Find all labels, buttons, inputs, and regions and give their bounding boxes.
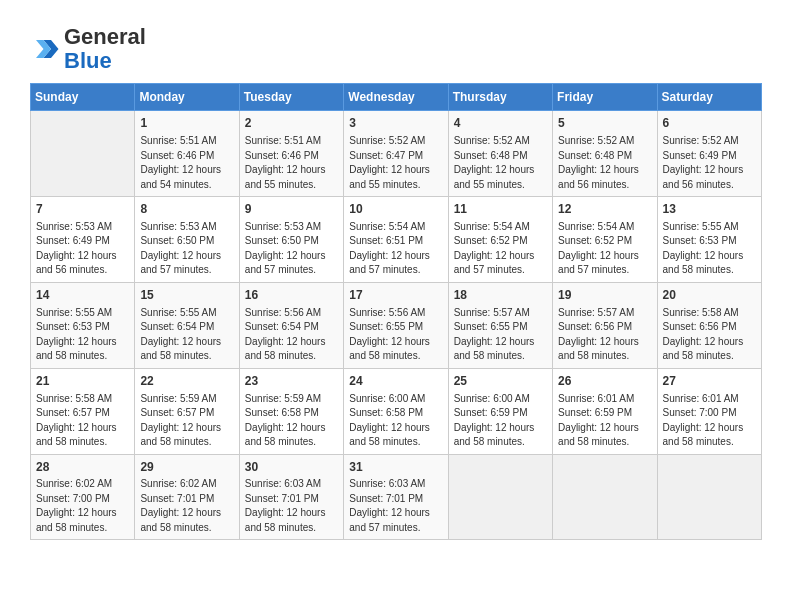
calendar-cell: 2Sunrise: 5:51 AM Sunset: 6:46 PM Daylig… (239, 111, 343, 197)
calendar-cell: 30Sunrise: 6:03 AM Sunset: 7:01 PM Dayli… (239, 454, 343, 540)
calendar-cell (657, 454, 761, 540)
day-content: Sunrise: 5:57 AM Sunset: 6:55 PM Dayligh… (454, 306, 547, 364)
day-content: Sunrise: 5:55 AM Sunset: 6:54 PM Dayligh… (140, 306, 233, 364)
day-number: 31 (349, 459, 442, 476)
day-number: 11 (454, 201, 547, 218)
calendar-cell: 19Sunrise: 5:57 AM Sunset: 6:56 PM Dayli… (553, 282, 657, 368)
day-content: Sunrise: 6:02 AM Sunset: 7:01 PM Dayligh… (140, 477, 233, 535)
header-cell: Saturday (657, 84, 761, 111)
header-cell: Sunday (31, 84, 135, 111)
day-number: 23 (245, 373, 338, 390)
calendar-cell: 15Sunrise: 5:55 AM Sunset: 6:54 PM Dayli… (135, 282, 239, 368)
day-content: Sunrise: 5:57 AM Sunset: 6:56 PM Dayligh… (558, 306, 651, 364)
day-content: Sunrise: 5:51 AM Sunset: 6:46 PM Dayligh… (245, 134, 338, 192)
calendar-header: SundayMondayTuesdayWednesdayThursdayFrid… (31, 84, 762, 111)
calendar-week-row: 7Sunrise: 5:53 AM Sunset: 6:49 PM Daylig… (31, 197, 762, 283)
header-cell: Wednesday (344, 84, 448, 111)
day-content: Sunrise: 6:03 AM Sunset: 7:01 PM Dayligh… (349, 477, 442, 535)
day-number: 5 (558, 115, 651, 132)
day-content: Sunrise: 5:56 AM Sunset: 6:55 PM Dayligh… (349, 306, 442, 364)
day-content: Sunrise: 5:53 AM Sunset: 6:50 PM Dayligh… (140, 220, 233, 278)
calendar-cell: 18Sunrise: 5:57 AM Sunset: 6:55 PM Dayli… (448, 282, 552, 368)
calendar-cell (31, 111, 135, 197)
day-number: 2 (245, 115, 338, 132)
calendar-cell: 5Sunrise: 5:52 AM Sunset: 6:48 PM Daylig… (553, 111, 657, 197)
logo-icon (30, 34, 60, 64)
day-content: Sunrise: 5:53 AM Sunset: 6:50 PM Dayligh… (245, 220, 338, 278)
day-content: Sunrise: 6:00 AM Sunset: 6:58 PM Dayligh… (349, 392, 442, 450)
calendar-cell: 26Sunrise: 6:01 AM Sunset: 6:59 PM Dayli… (553, 368, 657, 454)
calendar-cell: 10Sunrise: 5:54 AM Sunset: 6:51 PM Dayli… (344, 197, 448, 283)
day-number: 6 (663, 115, 756, 132)
logo-text: General Blue (64, 25, 146, 73)
day-content: Sunrise: 5:56 AM Sunset: 6:54 PM Dayligh… (245, 306, 338, 364)
calendar-cell: 8Sunrise: 5:53 AM Sunset: 6:50 PM Daylig… (135, 197, 239, 283)
day-content: Sunrise: 5:54 AM Sunset: 6:52 PM Dayligh… (454, 220, 547, 278)
calendar-cell: 27Sunrise: 6:01 AM Sunset: 7:00 PM Dayli… (657, 368, 761, 454)
day-content: Sunrise: 5:52 AM Sunset: 6:48 PM Dayligh… (454, 134, 547, 192)
calendar-week-row: 14Sunrise: 5:55 AM Sunset: 6:53 PM Dayli… (31, 282, 762, 368)
calendar-week-row: 28Sunrise: 6:02 AM Sunset: 7:00 PM Dayli… (31, 454, 762, 540)
day-content: Sunrise: 5:54 AM Sunset: 6:52 PM Dayligh… (558, 220, 651, 278)
day-number: 30 (245, 459, 338, 476)
day-number: 15 (140, 287, 233, 304)
day-number: 12 (558, 201, 651, 218)
day-number: 25 (454, 373, 547, 390)
day-content: Sunrise: 5:55 AM Sunset: 6:53 PM Dayligh… (36, 306, 129, 364)
day-number: 3 (349, 115, 442, 132)
calendar-week-row: 21Sunrise: 5:58 AM Sunset: 6:57 PM Dayli… (31, 368, 762, 454)
calendar-cell: 12Sunrise: 5:54 AM Sunset: 6:52 PM Dayli… (553, 197, 657, 283)
calendar-cell: 22Sunrise: 5:59 AM Sunset: 6:57 PM Dayli… (135, 368, 239, 454)
day-content: Sunrise: 6:01 AM Sunset: 6:59 PM Dayligh… (558, 392, 651, 450)
day-content: Sunrise: 6:03 AM Sunset: 7:01 PM Dayligh… (245, 477, 338, 535)
day-number: 19 (558, 287, 651, 304)
day-number: 16 (245, 287, 338, 304)
calendar-cell: 4Sunrise: 5:52 AM Sunset: 6:48 PM Daylig… (448, 111, 552, 197)
calendar-cell: 24Sunrise: 6:00 AM Sunset: 6:58 PM Dayli… (344, 368, 448, 454)
day-number: 24 (349, 373, 442, 390)
day-content: Sunrise: 5:51 AM Sunset: 6:46 PM Dayligh… (140, 134, 233, 192)
day-number: 29 (140, 459, 233, 476)
day-content: Sunrise: 5:52 AM Sunset: 6:48 PM Dayligh… (558, 134, 651, 192)
day-content: Sunrise: 5:58 AM Sunset: 6:57 PM Dayligh… (36, 392, 129, 450)
day-content: Sunrise: 5:59 AM Sunset: 6:57 PM Dayligh… (140, 392, 233, 450)
calendar-cell: 25Sunrise: 6:00 AM Sunset: 6:59 PM Dayli… (448, 368, 552, 454)
calendar-week-row: 1Sunrise: 5:51 AM Sunset: 6:46 PM Daylig… (31, 111, 762, 197)
day-content: Sunrise: 5:52 AM Sunset: 6:49 PM Dayligh… (663, 134, 756, 192)
day-number: 1 (140, 115, 233, 132)
header-cell: Monday (135, 84, 239, 111)
calendar-cell: 13Sunrise: 5:55 AM Sunset: 6:53 PM Dayli… (657, 197, 761, 283)
header-cell: Friday (553, 84, 657, 111)
logo: General Blue (30, 25, 146, 73)
day-content: Sunrise: 6:00 AM Sunset: 6:59 PM Dayligh… (454, 392, 547, 450)
day-number: 9 (245, 201, 338, 218)
day-number: 17 (349, 287, 442, 304)
calendar-cell: 6Sunrise: 5:52 AM Sunset: 6:49 PM Daylig… (657, 111, 761, 197)
day-number: 13 (663, 201, 756, 218)
calendar-cell (553, 454, 657, 540)
day-number: 26 (558, 373, 651, 390)
calendar-cell: 16Sunrise: 5:56 AM Sunset: 6:54 PM Dayli… (239, 282, 343, 368)
day-content: Sunrise: 5:55 AM Sunset: 6:53 PM Dayligh… (663, 220, 756, 278)
day-content: Sunrise: 5:53 AM Sunset: 6:49 PM Dayligh… (36, 220, 129, 278)
day-content: Sunrise: 5:52 AM Sunset: 6:47 PM Dayligh… (349, 134, 442, 192)
day-content: Sunrise: 5:59 AM Sunset: 6:58 PM Dayligh… (245, 392, 338, 450)
header-cell: Thursday (448, 84, 552, 111)
day-number: 18 (454, 287, 547, 304)
calendar-cell: 20Sunrise: 5:58 AM Sunset: 6:56 PM Dayli… (657, 282, 761, 368)
day-content: Sunrise: 6:01 AM Sunset: 7:00 PM Dayligh… (663, 392, 756, 450)
day-number: 10 (349, 201, 442, 218)
calendar-cell: 23Sunrise: 5:59 AM Sunset: 6:58 PM Dayli… (239, 368, 343, 454)
day-content: Sunrise: 5:58 AM Sunset: 6:56 PM Dayligh… (663, 306, 756, 364)
calendar-table: SundayMondayTuesdayWednesdayThursdayFrid… (30, 83, 762, 540)
calendar-cell: 3Sunrise: 5:52 AM Sunset: 6:47 PM Daylig… (344, 111, 448, 197)
day-content: Sunrise: 6:02 AM Sunset: 7:00 PM Dayligh… (36, 477, 129, 535)
calendar-cell: 17Sunrise: 5:56 AM Sunset: 6:55 PM Dayli… (344, 282, 448, 368)
calendar-cell: 7Sunrise: 5:53 AM Sunset: 6:49 PM Daylig… (31, 197, 135, 283)
day-number: 7 (36, 201, 129, 218)
day-number: 4 (454, 115, 547, 132)
calendar-cell: 31Sunrise: 6:03 AM Sunset: 7:01 PM Dayli… (344, 454, 448, 540)
calendar-cell: 14Sunrise: 5:55 AM Sunset: 6:53 PM Dayli… (31, 282, 135, 368)
calendar-cell: 11Sunrise: 5:54 AM Sunset: 6:52 PM Dayli… (448, 197, 552, 283)
calendar-cell: 21Sunrise: 5:58 AM Sunset: 6:57 PM Dayli… (31, 368, 135, 454)
